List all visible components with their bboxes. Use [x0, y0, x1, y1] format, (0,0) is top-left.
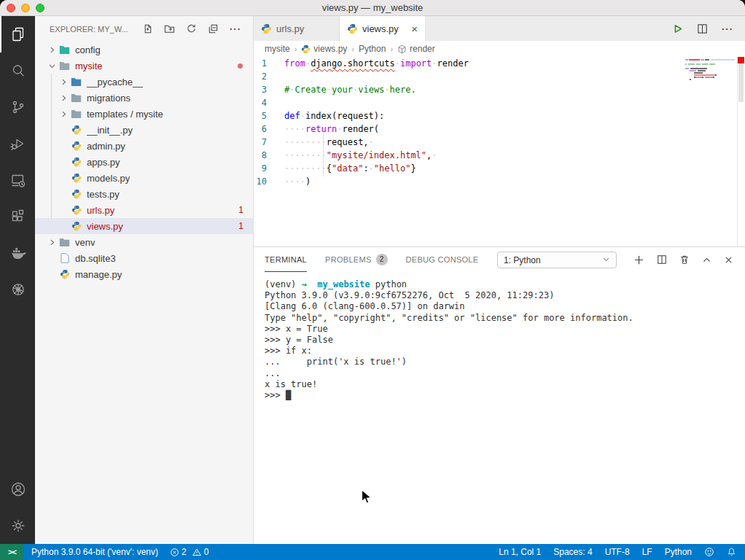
tree-item-migrations[interactable]: migrations	[35, 90, 253, 106]
code-line-1[interactable]: 1from·django.shortcuts·import·render	[254, 57, 745, 70]
editor-pane[interactable]: 1from·django.shortcuts·import·render23#·…	[254, 57, 745, 246]
remote-indicator[interactable]: ><	[0, 544, 24, 560]
activity-button-settings-gear[interactable]	[0, 508, 35, 544]
tree-item-label: manage.py	[75, 269, 122, 280]
panel-tab-label: PROBLEMS	[325, 255, 372, 264]
file-icon	[58, 253, 71, 263]
search-icon	[9, 62, 27, 79]
breadcrumb-item-render[interactable]: render	[397, 44, 435, 54]
activity-button-remote-explorer[interactable]	[0, 162, 35, 198]
minimap-line	[685, 59, 735, 61]
terminal-line: Type "help", "copyright", "credits" or "…	[265, 313, 745, 324]
tree-item-urls-py[interactable]: urls.py1	[35, 202, 253, 218]
source-control-icon	[9, 98, 27, 116]
python-icon	[261, 23, 272, 34]
code-line-6[interactable]: 6····return·render(	[254, 122, 745, 136]
line-number: 10	[254, 175, 284, 188]
terminal[interactable]: (venv) → my_website pythonPython 3.9.0 (…	[254, 272, 745, 401]
activity-button-account[interactable]	[0, 471, 35, 508]
kubernetes-icon	[9, 281, 27, 298]
minimap[interactable]	[685, 59, 735, 81]
tree-item-label: __init__.py	[87, 125, 133, 136]
language-mode-status[interactable]: Python	[665, 547, 692, 557]
problems-status[interactable]: 2 0	[170, 547, 208, 557]
code-line-8[interactable]: 8········"mysite/index.html",·	[254, 149, 745, 162]
account-icon	[9, 481, 27, 498]
tree-item-models-py[interactable]: models.py	[35, 170, 253, 186]
code-line-4[interactable]: 4	[254, 96, 745, 109]
tree-item-db-sqlite3[interactable]: db.sqlite3	[35, 250, 253, 266]
vscode-window: views.py — my_website EXPLORER: MY_W... …	[0, 0, 745, 560]
kill-terminal-icon[interactable]	[679, 254, 690, 265]
terminal-shell-select[interactable]: 1: Python	[497, 252, 617, 268]
editor-tab-urls-py[interactable]: urls.py	[254, 16, 340, 41]
run-python-file-button[interactable]	[672, 23, 683, 34]
tree-item-templates-mysite[interactable]: templates / mysite	[35, 106, 253, 122]
code-token: request,	[327, 137, 369, 147]
encoding-status[interactable]: UTF-8	[605, 547, 630, 557]
activity-button-run-debug[interactable]	[0, 125, 35, 162]
python-file-icon	[58, 269, 71, 279]
activity-button-extensions[interactable]	[0, 198, 35, 235]
maximize-panel-icon[interactable]	[702, 255, 711, 265]
close-tab-icon[interactable]: ×	[410, 23, 419, 34]
code-line-7[interactable]: 7········request,·	[254, 136, 745, 149]
split-terminal-icon[interactable]	[657, 254, 667, 265]
tree-item-views-py[interactable]: views.py1	[35, 218, 253, 234]
panel-tab-debug-console[interactable]: DEBUG CONSOLE	[406, 247, 479, 272]
feedback-smiley-icon[interactable]	[704, 547, 714, 557]
panel-tab-problems[interactable]: PROBLEMS2	[325, 247, 388, 272]
cursor-position-status[interactable]: Ln 1, Col 1	[499, 547, 541, 557]
code-token: return	[305, 124, 337, 134]
close-panel-icon[interactable]	[724, 255, 733, 265]
new-folder-icon[interactable]	[164, 23, 175, 34]
minimap-line	[685, 66, 735, 67]
code-line-5[interactable]: 5def·index(request):	[254, 109, 745, 122]
python-interpreter-status[interactable]: Python 3.9.0 64-bit ('venv': venv)	[31, 547, 158, 557]
new-file-icon[interactable]	[142, 23, 153, 34]
tree-item-venv[interactable]: venv	[35, 234, 253, 250]
tree-item--init-py[interactable]: __init__.py	[35, 122, 253, 138]
split-editor-button[interactable]	[697, 23, 708, 34]
editor-tab-views-py[interactable]: views.py×	[340, 16, 426, 41]
overview-ruler[interactable]	[737, 57, 745, 246]
more-actions-icon[interactable]: ···	[230, 23, 241, 34]
indentation-status[interactable]: Spaces: 4	[553, 547, 592, 557]
python-file-icon	[70, 189, 82, 199]
code-line-2[interactable]: 2	[254, 70, 745, 83]
notifications-bell-icon[interactable]	[727, 547, 736, 557]
collapse-all-icon[interactable]	[208, 23, 219, 34]
more-editor-actions-button[interactable]: ···	[722, 23, 733, 34]
eol-status[interactable]: LF	[642, 547, 652, 557]
tree-item-admin-py[interactable]: admin.py	[35, 138, 253, 154]
panel-tab-terminal[interactable]: TERMINAL	[265, 247, 307, 272]
tree-item--pycache-[interactable]: __pycache__	[35, 74, 253, 90]
tree-item-config[interactable]: config	[35, 42, 253, 58]
code-token: ·	[300, 111, 305, 121]
code-line-9[interactable]: 9········{"data":·"hello"}	[254, 162, 745, 175]
activity-button-search[interactable]	[0, 52, 35, 89]
tree-item-tests-py[interactable]: tests.py	[35, 186, 253, 202]
activity-button-files[interactable]	[0, 16, 35, 52]
terminal-line: >>> y = False	[265, 335, 745, 346]
activity-button-kubernetes[interactable]	[0, 271, 35, 308]
activity-button-source-control[interactable]	[0, 89, 35, 125]
breadcrumb-item-python[interactable]: Python	[359, 44, 386, 54]
scrollbar-thumb[interactable]	[738, 57, 744, 102]
tree-item-apps-py[interactable]: apps.py	[35, 154, 253, 170]
breadcrumb-item-views-py[interactable]: views.py	[301, 44, 347, 54]
refresh-icon[interactable]	[186, 23, 197, 34]
code-token: ········	[284, 150, 327, 160]
new-terminal-icon[interactable]	[633, 254, 644, 265]
activity-button-docker[interactable]	[0, 235, 35, 271]
error-icon	[170, 548, 179, 557]
code-token: ·	[337, 124, 342, 134]
breadcrumb-item-mysite[interactable]: mysite	[265, 44, 290, 54]
code-line-3[interactable]: 3#·Create·your·views·here.	[254, 83, 745, 96]
tree-item-mysite[interactable]: mysite	[35, 58, 253, 74]
tree-item-label: templates / mysite	[87, 109, 163, 120]
code-token: ·	[384, 85, 389, 95]
tree-item-manage-py[interactable]: manage.py	[35, 266, 253, 282]
code-line-10[interactable]: 10····)	[254, 175, 745, 188]
code-token: here.	[390, 85, 416, 95]
